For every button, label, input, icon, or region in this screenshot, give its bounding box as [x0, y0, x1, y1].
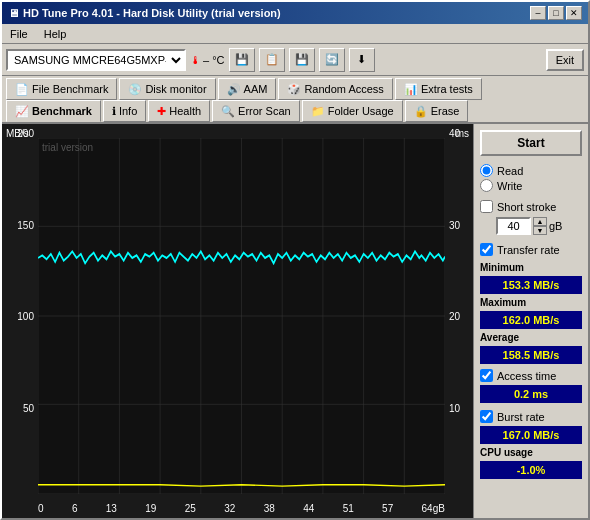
minimum-bar: 153.3 MB/s	[480, 276, 582, 294]
read-write-group: Read Write	[480, 164, 582, 192]
tab-file-benchmark-label: File Benchmark	[32, 83, 108, 95]
maximum-label: Maximum	[480, 297, 582, 308]
burst-rate-label[interactable]: Burst rate	[480, 410, 582, 423]
app-icon: 🖥	[8, 7, 19, 19]
access-time-checkbox[interactable]	[480, 369, 493, 382]
spinbox-unit-label: gB	[549, 220, 562, 232]
read-radio-label[interactable]: Read	[480, 164, 582, 177]
short-stroke-label[interactable]: Short stroke	[480, 200, 582, 213]
tab-disk-monitor[interactable]: 💿 Disk monitor	[119, 78, 215, 100]
maximum-bar: 162.0 MB/s	[480, 311, 582, 329]
cpu-label: CPU usage	[480, 447, 582, 458]
transfer-rate-label[interactable]: Transfer rate	[480, 243, 582, 256]
chart-x-labels: 0 6 13 19 25 32 38 44 51 57 64gB	[38, 503, 445, 514]
temp-value: – °C	[203, 54, 225, 66]
thermometer-icon: 🌡	[190, 54, 201, 66]
menu-file[interactable]: File	[6, 27, 32, 41]
aam-icon: 🔊	[227, 83, 241, 96]
tab-folder-usage-label: Folder Usage	[328, 105, 394, 117]
main-window: 🖥 HD Tune Pro 4.01 - Hard Disk Utility (…	[0, 0, 590, 520]
maximize-button[interactable]: □	[548, 6, 564, 20]
random-access-icon: 🎲	[287, 83, 301, 96]
tabs-row2: 📈 Benchmark ℹ Info ✚ Health 🔍 Error Scan…	[2, 100, 588, 124]
tab-random-access[interactable]: 🎲 Random Access	[278, 78, 392, 100]
toolbar-btn-5[interactable]: ⬇	[349, 48, 375, 72]
short-stroke-text: Short stroke	[497, 201, 556, 213]
tab-aam[interactable]: 🔊 AAM	[218, 78, 277, 100]
short-stroke-checkbox[interactable]	[480, 200, 493, 213]
burst-rate-text: Burst rate	[497, 411, 545, 423]
tab-error-scan-label: Error Scan	[238, 105, 291, 117]
erase-icon: 🔒	[414, 105, 428, 118]
tab-extra-tests-label: Extra tests	[421, 83, 473, 95]
tab-file-benchmark[interactable]: 📄 File Benchmark	[6, 78, 117, 100]
title-bar-text: 🖥 HD Tune Pro 4.01 - Hard Disk Utility (…	[8, 7, 281, 19]
chart-area: MB/s ms 200 150 100 50 40 30 20 10	[2, 124, 473, 518]
temperature-display: 🌡 – °C	[190, 54, 225, 66]
tab-info-label: Info	[119, 105, 137, 117]
toolbar-btn-4[interactable]: 🔄	[319, 48, 345, 72]
window-title: HD Tune Pro 4.01 - Hard Disk Utility (tr…	[23, 7, 281, 19]
toolbar-btn-1[interactable]: 💾	[229, 48, 255, 72]
close-button[interactable]: ✕	[566, 6, 582, 20]
tab-erase-label: Erase	[431, 105, 460, 117]
tabs-row1: 📄 File Benchmark 💿 Disk monitor 🔊 AAM 🎲 …	[2, 76, 588, 100]
tab-benchmark[interactable]: 📈 Benchmark	[6, 100, 101, 122]
health-icon: ✚	[157, 105, 166, 118]
average-bar: 158.5 MB/s	[480, 346, 582, 364]
tab-folder-usage[interactable]: 📁 Folder Usage	[302, 100, 403, 122]
write-radio[interactable]	[480, 179, 493, 192]
access-time-text: Access time	[497, 370, 556, 382]
access-time-bar: 0.2 ms	[480, 385, 582, 403]
write-label: Write	[497, 180, 522, 192]
average-label: Average	[480, 332, 582, 343]
stats-section: Minimum 153.3 MB/s Maximum 162.0 MB/s Av…	[480, 262, 582, 479]
info-icon: ℹ	[112, 105, 116, 118]
transfer-rate-text: Transfer rate	[497, 244, 560, 256]
burst-rate-bar: 167.0 MB/s	[480, 426, 582, 444]
spinbox-up-button[interactable]: ▲	[533, 217, 547, 226]
read-label: Read	[497, 165, 523, 177]
extra-tests-icon: 📊	[404, 83, 418, 96]
tab-benchmark-label: Benchmark	[32, 105, 92, 117]
title-bar-controls: – □ ✕	[530, 6, 582, 20]
access-time-label[interactable]: Access time	[480, 369, 582, 382]
read-radio[interactable]	[480, 164, 493, 177]
transfer-rate-checkbox[interactable]	[480, 243, 493, 256]
burst-rate-checkbox[interactable]	[480, 410, 493, 423]
spinbox-buttons: ▲ ▼	[533, 217, 547, 235]
start-button[interactable]: Start	[480, 130, 582, 156]
benchmark-chart	[38, 138, 445, 494]
content-area: MB/s ms 200 150 100 50 40 30 20 10	[2, 124, 588, 518]
tab-health[interactable]: ✚ Health	[148, 100, 210, 122]
disk-monitor-icon: 💿	[128, 83, 142, 96]
tab-random-access-label: Random Access	[304, 83, 383, 95]
exit-button[interactable]: Exit	[546, 49, 584, 71]
menu-help[interactable]: Help	[40, 27, 71, 41]
toolbar-btn-3[interactable]: 💾	[289, 48, 315, 72]
error-scan-icon: 🔍	[221, 105, 235, 118]
write-radio-label[interactable]: Write	[480, 179, 582, 192]
chart-canvas: trial version	[38, 138, 445, 494]
tab-erase[interactable]: 🔒 Erase	[405, 100, 469, 122]
spinbox-down-button[interactable]: ▼	[533, 226, 547, 235]
tab-extra-tests[interactable]: 📊 Extra tests	[395, 78, 482, 100]
title-bar: 🖥 HD Tune Pro 4.01 - Hard Disk Utility (…	[2, 2, 588, 24]
toolbar-btn-2[interactable]: 📋	[259, 48, 285, 72]
minimum-label: Minimum	[480, 262, 582, 273]
minimize-button[interactable]: –	[530, 6, 546, 20]
tab-health-label: Health	[169, 105, 201, 117]
tab-disk-monitor-label: Disk monitor	[145, 83, 206, 95]
chart-y-left-labels: 200 150 100 50	[6, 128, 34, 494]
chart-y-right-labels: 40 30 20 10	[449, 128, 469, 494]
spinbox-container: 40 ▲ ▼ gB	[496, 217, 582, 235]
tab-info[interactable]: ℹ Info	[103, 100, 146, 122]
right-panel: Start Read Write Short stroke 40	[473, 124, 588, 518]
tab-aam-label: AAM	[244, 83, 268, 95]
drive-selector[interactable]: SAMSUNG MMCRE64G5MXP-0VB (64.gE	[6, 49, 186, 71]
folder-usage-icon: 📁	[311, 105, 325, 118]
file-benchmark-icon: 📄	[15, 83, 29, 96]
toolbar: SAMSUNG MMCRE64G5MXP-0VB (64.gE 🌡 – °C 💾…	[2, 44, 588, 76]
tab-error-scan[interactable]: 🔍 Error Scan	[212, 100, 300, 122]
spinbox-input[interactable]: 40	[496, 217, 531, 235]
